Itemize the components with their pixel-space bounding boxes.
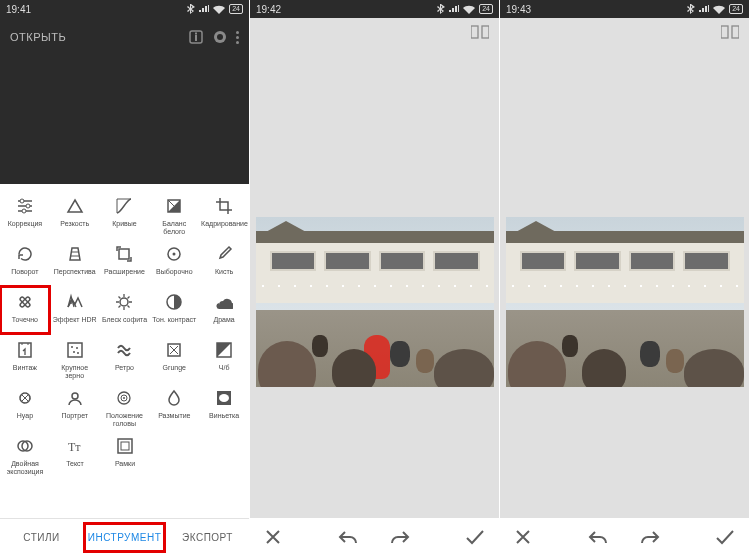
apply-button[interactable] (715, 529, 735, 545)
noir-icon (15, 388, 35, 408)
tool-label: Кадрирование (201, 220, 247, 228)
battery-icon: 24 (479, 4, 493, 14)
tool-label: Блеск софита (102, 316, 147, 324)
tool-vintage[interactable]: Винтаж (0, 334, 50, 382)
tab-export[interactable]: ЭКСПОРТ (166, 522, 249, 553)
tool-label: Точечно (12, 316, 38, 324)
tool-vignette[interactable]: Виньетка (199, 382, 249, 430)
svg-point-5 (22, 209, 26, 213)
tool-headpose[interactable]: Положение головы (100, 382, 150, 430)
svg-point-3 (20, 199, 24, 203)
tool-target[interactable]: Выборочно (149, 238, 199, 286)
tool-curves[interactable]: Кривые (100, 190, 150, 238)
info-icon[interactable] (188, 29, 204, 45)
undo-button[interactable] (338, 529, 358, 545)
tool-label: Драма (213, 316, 234, 324)
tool-grunge[interactable]: Grunge (149, 334, 199, 382)
rotate-icon (15, 244, 35, 264)
editor-canvas[interactable] (500, 46, 749, 518)
tool-label: Резкость (60, 220, 89, 228)
editor-bottom-bar (500, 518, 749, 556)
tool-grain[interactable]: Крупное зерно (50, 334, 100, 382)
tool-text[interactable]: TтТекст (50, 430, 100, 478)
tool-retro[interactable]: Ретро (100, 334, 150, 382)
svg-rect-34 (118, 439, 132, 453)
tool-frames[interactable]: Рамки (100, 430, 150, 478)
apply-button[interactable] (465, 529, 485, 545)
brush-icon (214, 244, 234, 264)
tool-label: Размытие (158, 412, 190, 420)
wifi-icon (713, 5, 725, 14)
persp-icon (65, 244, 85, 264)
tool-sliders[interactable]: Коррекция (0, 190, 50, 238)
open-button[interactable]: ОТКРЫТЬ (10, 31, 66, 43)
compare-icon[interactable] (471, 25, 489, 39)
editor-canvas[interactable] (250, 46, 499, 518)
svg-rect-36 (471, 26, 478, 38)
tool-label: Тон. контраст (152, 316, 196, 324)
tool-hdr[interactable]: Эффект HDR (50, 286, 100, 334)
overflow-menu-icon[interactable] (236, 31, 239, 44)
grain-icon (65, 340, 85, 360)
svg-point-25 (72, 393, 78, 399)
tool-label: Крупное зерно (52, 364, 98, 380)
sliders-icon (15, 196, 35, 216)
svg-rect-7 (119, 249, 129, 259)
tool-wb[interactable]: Баланс белого (149, 190, 199, 238)
text-icon: Tт (65, 436, 85, 456)
svg-rect-38 (721, 26, 728, 38)
cancel-button[interactable] (264, 528, 282, 546)
expand-icon (114, 244, 134, 264)
tool-persp[interactable]: Перспектива (50, 238, 100, 286)
svg-point-19 (77, 352, 79, 354)
vignette-icon (214, 388, 234, 408)
tool-label: Кривые (112, 220, 137, 228)
svg-rect-15 (68, 343, 82, 357)
tool-label: Нуар (17, 412, 33, 420)
screen-edit-before: 19:42 24 (250, 0, 500, 556)
tool-noir[interactable]: Нуар (0, 382, 50, 430)
tool-tonal[interactable]: Тон. контраст (149, 286, 199, 334)
tool-expand[interactable]: Расширение (100, 238, 150, 286)
tool-glamour[interactable]: Блеск софита (100, 286, 150, 334)
tool-double[interactable]: Двойная экспозиция (0, 430, 50, 478)
status-bar: 19:42 24 (250, 0, 499, 18)
battery-icon: 24 (729, 4, 743, 14)
tool-bw[interactable]: Ч/б (199, 334, 249, 382)
tool-label: Grunge (163, 364, 186, 372)
bottom-tabs: СТИЛИ ИНСТРУМЕНТ ЭКСПОРТ (0, 518, 249, 556)
tool-triangle[interactable]: Резкость (50, 190, 100, 238)
drama-icon (214, 292, 234, 312)
tool-portrait[interactable]: Портрет (50, 382, 100, 430)
tab-styles[interactable]: СТИЛИ (0, 522, 83, 553)
redo-button[interactable] (390, 529, 410, 545)
status-time: 19:41 (6, 4, 31, 15)
tool-healing[interactable]: Точечно (0, 286, 50, 334)
tool-label: Расширение (104, 268, 145, 276)
tool-brush[interactable]: Кисть (199, 238, 249, 286)
bluetooth-icon (187, 4, 195, 14)
triangle-icon (65, 196, 85, 216)
screen-tool-picker: 19:41 24 ОТКРЫТЬ (0, 0, 250, 556)
cancel-button[interactable] (514, 528, 532, 546)
tool-rotate[interactable]: Поворот (0, 238, 50, 286)
tool-drama[interactable]: Драма (199, 286, 249, 334)
tool-label: Выборочно (156, 268, 193, 276)
compare-icon[interactable] (721, 25, 739, 39)
tool-blur[interactable]: Размытие (149, 382, 199, 430)
svg-point-9 (173, 253, 176, 256)
svg-point-12 (120, 298, 128, 306)
blur-icon (164, 388, 184, 408)
account-icon[interactable] (214, 31, 226, 43)
tool-label: Баланс белого (151, 220, 197, 236)
tool-crop[interactable]: Кадрирование (199, 190, 249, 238)
app-toolbar: ОТКРЫТЬ (0, 18, 249, 56)
undo-button[interactable] (588, 529, 608, 545)
tab-tools[interactable]: ИНСТРУМЕНТ (83, 522, 166, 553)
wifi-icon (213, 5, 225, 14)
tool-label: Рамки (115, 460, 135, 468)
double-icon (15, 436, 35, 456)
tool-label: Виньетка (209, 412, 239, 420)
target-icon (164, 244, 184, 264)
redo-button[interactable] (640, 529, 660, 545)
